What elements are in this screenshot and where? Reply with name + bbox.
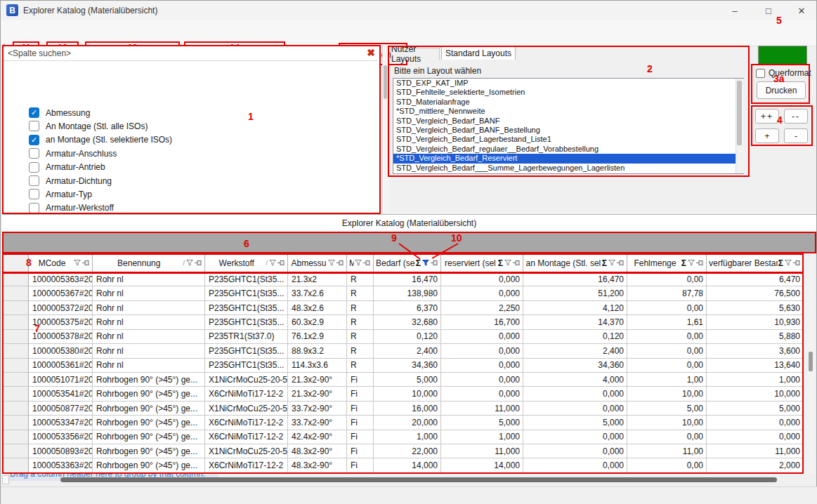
zoom-minus-minus-button[interactable]: -- bbox=[784, 109, 808, 124]
table-row[interactable]: 1000053347#209Rohrbogen 90° (>45°) ge...… bbox=[2, 416, 804, 430]
row-indicator-cell[interactable] bbox=[2, 458, 29, 472]
group-by-bar[interactable]: Drag a column header here to group by th… bbox=[2, 232, 816, 253]
pin-icon[interactable] bbox=[277, 260, 285, 266]
sum-icon[interactable]: Σ bbox=[681, 258, 686, 268]
filter-active-icon[interactable] bbox=[422, 260, 429, 266]
column-header[interactable]: Bedarf (selΣ bbox=[374, 254, 441, 272]
layout-item[interactable]: *STD_mittlere_Nennweite bbox=[393, 107, 743, 116]
row-indicator-cell[interactable] bbox=[2, 315, 29, 329]
column-header[interactable]: FehlmengeΣ bbox=[627, 254, 707, 272]
column-header[interactable]: reserviert (selΣ bbox=[441, 254, 523, 272]
drucken-panel-button[interactable]: Drucken bbox=[757, 81, 806, 99]
layout-item[interactable]: STD_Vergleich_Bedarf_BANF_Bestellung bbox=[393, 126, 743, 135]
pin-icon[interactable] bbox=[793, 260, 800, 266]
layout-list-scrollbar-thumb[interactable] bbox=[737, 81, 742, 145]
column-search-input[interactable]: <Spalte suchen> ✖ bbox=[4, 46, 378, 61]
close-button[interactable]: ✕ bbox=[785, 1, 817, 20]
pin-icon[interactable] bbox=[431, 260, 438, 266]
pin-icon[interactable] bbox=[336, 260, 344, 266]
pin-icon[interactable] bbox=[617, 260, 624, 266]
table-row[interactable]: 1000053356#209Rohrbogen 90° (>45°) ge...… bbox=[2, 430, 804, 444]
column-header[interactable]: MCode bbox=[29, 254, 93, 272]
layout-item[interactable]: STD_EXP_KAT_IMP bbox=[393, 79, 743, 88]
table-row[interactable]: 1000050877#209Rohrbogen 90° (>45°) ge...… bbox=[2, 402, 804, 416]
row-indicator-cell[interactable] bbox=[2, 373, 29, 387]
filter-icon[interactable] bbox=[608, 260, 615, 266]
row-indicator-cell[interactable] bbox=[2, 301, 29, 315]
column-checkbox-item[interactable]: an Montage (Stl. selektierte ISOs) bbox=[29, 134, 172, 146]
row-indicator-cell[interactable] bbox=[2, 359, 29, 373]
layout-item[interactable]: STD_Vergleich_Bedarf___Summe_Lagerbewegu… bbox=[393, 164, 743, 173]
zoom-minus-button[interactable]: - bbox=[784, 128, 808, 143]
table-row[interactable]: 1000005361#209Rohr nlP235GHTC1(St35...11… bbox=[2, 359, 804, 373]
row-indicator-cell[interactable] bbox=[2, 430, 29, 444]
pin-icon[interactable] bbox=[195, 260, 202, 266]
table-row[interactable]: 1000050893#209Rohrbogen 90° (>45°) ge...… bbox=[2, 444, 804, 458]
grid-horizontal-scrollbar-grip[interactable] bbox=[2, 475, 9, 484]
minimize-button[interactable]: – bbox=[719, 1, 751, 20]
sum-icon[interactable]: Σ bbox=[498, 258, 503, 268]
column-header[interactable]: an Montage (Stl. selΣ bbox=[523, 254, 627, 272]
pin-icon[interactable] bbox=[513, 260, 520, 266]
column-checkbox-item[interactable]: An Montage (Stl. alle ISOs) bbox=[29, 120, 148, 132]
filter-icon[interactable] bbox=[355, 260, 362, 266]
column-checkbox-item[interactable]: Armatur-Dichtung bbox=[29, 175, 112, 187]
sum-icon[interactable]: Σ bbox=[778, 258, 783, 268]
row-indicator-cell[interactable] bbox=[2, 330, 29, 344]
checkbox-unchecked[interactable] bbox=[29, 121, 39, 131]
left-panel-scrollbar-thumb[interactable] bbox=[384, 65, 387, 99]
table-row[interactable]: 1000005363#209Rohr nlP235GHTC1(St35...21… bbox=[2, 272, 804, 286]
table-row[interactable]: 1000005380#209Rohr nlP235GHTC1(St35...88… bbox=[2, 344, 804, 358]
pin-icon[interactable] bbox=[363, 260, 370, 266]
layout-item[interactable]: STD_Vergleich_Bedarf_Lagerbestand_Liste1 bbox=[393, 135, 743, 144]
filter-icon[interactable] bbox=[74, 260, 81, 266]
table-row[interactable]: 1000053541#209Rohrbogen 90° (>45°) ge...… bbox=[2, 387, 804, 401]
tab-standard-layouts[interactable]: Standard Layouts bbox=[441, 46, 516, 60]
column-header[interactable]: Werkstoff/ bbox=[205, 254, 288, 272]
checkbox-unchecked[interactable] bbox=[29, 203, 39, 213]
filter-icon[interactable] bbox=[269, 260, 276, 266]
layout-item[interactable]: STD_Vergleich_Bedarf_regulaer__Bedarf_Vo… bbox=[393, 145, 743, 154]
querformat-checkbox[interactable] bbox=[756, 69, 765, 78]
column-header[interactable]: verfügbarer BestandΣ bbox=[707, 254, 804, 272]
row-indicator-cell[interactable] bbox=[2, 416, 29, 430]
tab-nutzer-layouts[interactable]: Nutzer Layouts bbox=[391, 48, 440, 60]
column-checkbox-item[interactable]: Armatur-Werkstoff bbox=[29, 202, 114, 213]
filter-icon[interactable] bbox=[785, 260, 792, 266]
close-panel-icon[interactable]: ✖ bbox=[367, 47, 375, 58]
row-indicator-cell[interactable] bbox=[2, 344, 29, 358]
grid-horizontal-scrollbar-thumb[interactable] bbox=[60, 477, 777, 482]
column-header[interactable]: M bbox=[347, 254, 374, 272]
pin-icon[interactable] bbox=[696, 260, 703, 266]
checkbox-unchecked[interactable] bbox=[29, 175, 39, 186]
column-checkbox-item[interactable]: Armatur-Antrieb bbox=[29, 161, 105, 173]
layout-item[interactable]: STD_Fehlteile_selektierte_Isometrien bbox=[393, 88, 743, 97]
checkbox-unchecked[interactable] bbox=[29, 189, 39, 199]
row-indicator-cell[interactable] bbox=[2, 286, 29, 300]
table-row[interactable]: 1000053363#209Rohrbogen 90° (>45°) ge...… bbox=[2, 458, 804, 472]
column-checkbox-item[interactable]: Abmessung bbox=[29, 107, 90, 119]
layout-item[interactable]: STD_Materialanfrage bbox=[393, 98, 743, 107]
filter-icon[interactable] bbox=[688, 260, 695, 266]
checkbox-checked[interactable] bbox=[29, 107, 39, 118]
table-row[interactable]: 1000005367#209Rohr nlP235GHTC1(St35...33… bbox=[2, 286, 804, 300]
column-checkbox-item[interactable]: Armatur-Anschluss bbox=[29, 147, 117, 159]
filter-icon[interactable] bbox=[504, 260, 511, 266]
filter-icon[interactable] bbox=[328, 260, 335, 266]
zoom-plus-button[interactable]: + bbox=[755, 128, 779, 143]
row-indicator-cell[interactable] bbox=[2, 387, 29, 401]
pin-icon[interactable] bbox=[82, 260, 89, 266]
grid-vertical-scrollbar-thumb[interactable] bbox=[809, 352, 813, 371]
sum-icon[interactable]: Σ bbox=[602, 258, 607, 268]
table-row[interactable]: 1000005378#209Rohr nlP235TR1(St37.0)76.1… bbox=[2, 330, 804, 344]
column-header[interactable]: Abmessu bbox=[288, 254, 347, 272]
layout-item-selected[interactable]: *STD_Vergleich_Bedarf_Reserviert bbox=[393, 154, 743, 163]
table-row[interactable]: 1000005372#209Rohr nlP235GHTC1(St35...48… bbox=[2, 301, 804, 315]
table-row[interactable]: 1000005375#209Rohr nlP235GHTC1(St35...60… bbox=[2, 315, 804, 329]
table-row[interactable]: 1000051071#209Rohrbogen 90° (>45°) ge...… bbox=[2, 373, 804, 387]
checkbox-unchecked[interactable] bbox=[29, 148, 39, 159]
maximize-button[interactable]: □ bbox=[752, 1, 785, 20]
sum-icon[interactable]: Σ bbox=[416, 258, 421, 268]
checkbox-unchecked[interactable] bbox=[29, 162, 39, 173]
row-indicator-cell[interactable] bbox=[2, 272, 29, 286]
